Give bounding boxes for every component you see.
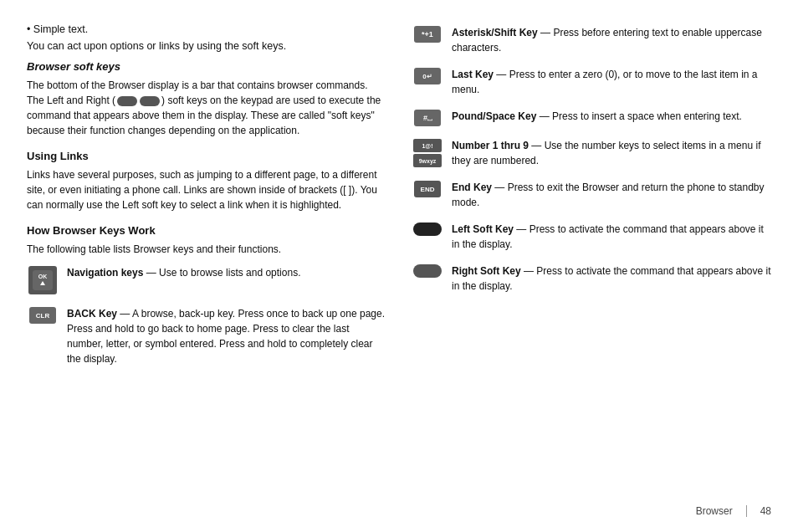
nav-icon: OK	[28, 266, 57, 294]
last-key-row: 0↵ Last Key — Press to enter a zero (0),…	[412, 67, 771, 97]
act-options-text: You can act upon options or links by usi…	[27, 40, 386, 52]
pound-key-name: Pound/Space Key	[452, 110, 536, 122]
num-key-row: 1@! 9wxyz Number 1 thru 9 — Use the numb…	[412, 138, 771, 168]
right-soft-key-icon	[413, 264, 442, 278]
footer-divider	[746, 505, 747, 517]
left-soft-key-desc: Left Soft Key — Press to activate the co…	[452, 222, 771, 252]
pound-key-text: Press to insert a space when entering te…	[552, 110, 742, 122]
bullet-text: • Simple text.	[27, 23, 386, 35]
left-soft-key-row: Left Soft Key — Press to activate the co…	[412, 222, 771, 252]
back-key-row: CLR BACK Key — A browse, back-up key. Pr…	[27, 306, 386, 366]
svg-text:OK: OK	[38, 274, 48, 279]
nav-key-text: Use to browse lists and options.	[159, 267, 300, 279]
how-browser-keys-intro: The following table lists Browser keys a…	[27, 242, 386, 257]
browser-soft-keys-title: Browser soft keys	[27, 60, 386, 73]
nav-key-sep: —	[143, 267, 159, 279]
browser-soft-keys-body: The bottom of the Browser display is a b…	[27, 78, 386, 138]
end-key-icon: END	[414, 181, 441, 197]
pound-key-row: #⎵ Pound/Space Key — Press to insert a s…	[412, 109, 771, 126]
using-links-body: Links have several purposes, such as jum…	[27, 167, 386, 212]
footer-page: 48	[760, 505, 771, 517]
end-key-desc: End Key — Press to exit the Browser and …	[452, 180, 771, 210]
right-soft-key-row: Right Soft Key — Press to activate the c…	[412, 263, 771, 294]
end-key-icon-wrap: END	[412, 181, 443, 197]
nav-key-name: Navigation keys	[67, 267, 143, 279]
asterisk-key-desc: Asterisk/Shift Key — Press before enteri…	[452, 25, 771, 55]
clr-icon: CLR	[29, 307, 56, 324]
asterisk-key-row: *+1 Asterisk/Shift Key — Press before en…	[412, 25, 771, 55]
last-key-icon-wrap: 0↵	[412, 68, 443, 84]
end-key-row: END End Key — Press to exit the Browser …	[412, 180, 771, 210]
right-column: *+1 Asterisk/Shift Key — Press before en…	[412, 23, 771, 512]
num-key-icon-wrap: 1@! 9wxyz	[412, 139, 443, 167]
last-key-name: Last Key	[452, 69, 494, 80]
right-soft-key-icon-wrap	[412, 264, 443, 278]
end-key-name: End Key	[452, 182, 492, 193]
inline-btn-icons	[117, 96, 160, 106]
last-key-desc: Last Key — Press to enter a zero (0), or…	[452, 67, 771, 97]
last-key-icon: 0↵	[414, 68, 441, 84]
asterisk-key-name: Asterisk/Shift Key	[452, 27, 538, 38]
num-key-name: Number 1 thru 9	[452, 140, 529, 151]
nav-key-desc: Navigation keys — Use to browse lists an…	[67, 265, 386, 280]
right-soft-key-name: Right Soft Key	[452, 265, 521, 277]
right-soft-key-desc: Right Soft Key — Press to activate the c…	[452, 263, 771, 294]
nav-key-icon: OK	[27, 266, 59, 294]
left-soft-key-icon-wrap	[412, 223, 443, 236]
back-key-desc: BACK Key — A browse, back-up key. Press …	[67, 306, 386, 366]
left-soft-key-name: Left Soft Key	[452, 223, 514, 235]
pound-key-icon: #⎵	[414, 110, 441, 126]
back-key-sep: —	[117, 308, 132, 320]
asterisk-key-icon: *+1	[412, 26, 443, 43]
pound-key-icon-wrap: #⎵	[412, 110, 443, 126]
num-key-icon: 1@! 9wxyz	[413, 139, 442, 167]
footer-label: Browser	[696, 505, 733, 517]
pound-key-desc: Pound/Space Key — Press to insert a spac…	[452, 109, 771, 124]
how-browser-keys-title: How Browser Keys Work	[27, 224, 386, 237]
left-soft-key-icon	[413, 223, 442, 236]
clr-label: CLR	[36, 312, 49, 320]
left-column: • Simple text. You can act upon options …	[27, 23, 386, 512]
using-links-title: Using Links	[27, 150, 386, 162]
nav-key-row: OK Navigation keys — Use to browse lists…	[27, 265, 386, 294]
num-key-desc: Number 1 thru 9 — Use the number keys to…	[452, 138, 771, 168]
asterisk-icon: *+1	[414, 26, 441, 43]
back-key-icon: CLR	[27, 307, 59, 324]
footer: Browser 48	[696, 505, 771, 517]
back-key-name: BACK Key	[67, 308, 117, 320]
